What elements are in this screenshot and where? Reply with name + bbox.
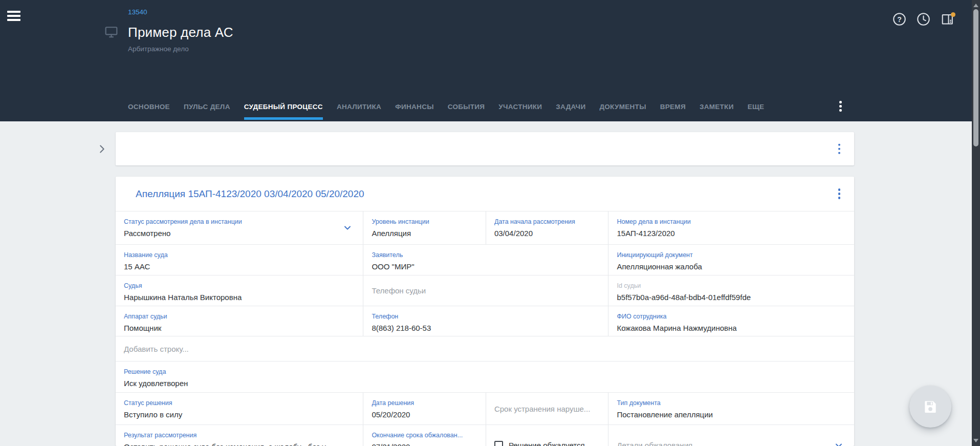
tab-participants[interactable]: УЧАСТНИКИ	[498, 103, 542, 120]
field-label: Статус рассмотрения дела в инстанции	[124, 218, 355, 225]
field-judge-staff[interactable]: Аппарат судьи Помощник	[116, 306, 363, 336]
app-screen: 13540 Пример дела АС Арбитражное дело ?	[0, 0, 980, 446]
field-court-name[interactable]: Название суда 15 ААС	[116, 245, 363, 275]
field-decision-appealed: Решение обжалуется	[486, 425, 608, 446]
add-row-button[interactable]: Добавить строку...	[116, 336, 854, 361]
tab-finance[interactable]: ФИНАНСЫ	[395, 103, 434, 120]
field-value: 03/04/2020	[494, 229, 600, 238]
field-label: Название суда	[124, 251, 355, 259]
field-value: Помощник	[124, 324, 355, 332]
field-label: Дата решения	[372, 399, 477, 407]
scrollbar-down-arrow[interactable]	[973, 439, 978, 442]
field-value: ООО "МИР"	[372, 262, 600, 271]
field-case-number[interactable]: Номер дела в инстанции 15АП-4123/2020	[608, 211, 854, 244]
tab-events[interactable]: СОБЫТИЯ	[448, 103, 485, 120]
field-value: 15АП-4123/2020	[617, 229, 846, 238]
field-label: Id судьи	[617, 282, 846, 289]
tab-notes[interactable]: ЗАМЕТКИ	[700, 103, 734, 120]
field-value: 8(863) 218-60-53	[372, 324, 600, 332]
tab-pulse[interactable]: ПУЛЬС ДЕЛА	[184, 103, 230, 120]
notifications-panel-icon[interactable]	[941, 12, 954, 26]
table-row: Добавить строку...	[116, 336, 854, 361]
field-placeholder: Телефон судьи	[372, 286, 426, 295]
field-violation-fix-term[interactable]: Срок устранения наруше...	[486, 393, 608, 424]
field-value: Постановление апелляции	[617, 410, 846, 419]
field-appeal-deadline[interactable]: Окончание срока обжалован... 07/21/2020	[363, 425, 486, 446]
history-clock-icon[interactable]	[917, 12, 930, 26]
field-placeholder: Срок устранения наруше...	[494, 405, 590, 413]
page-title: Пример дела АС	[128, 25, 233, 40]
case-id-link[interactable]: 13540	[128, 8, 147, 16]
tab-court-process[interactable]: СУДЕБНЫЙ ПРОЦЕСС	[244, 103, 323, 120]
field-label: Телефон	[372, 313, 600, 320]
checkbox-label: Решение обжалуется	[509, 441, 585, 446]
tab-more[interactable]: ЕЩЕ	[748, 103, 765, 120]
scrollbar	[972, 0, 980, 446]
field-value: Апелляционная жалоба	[617, 262, 846, 271]
expand-panel-chevron-right-icon[interactable]	[96, 143, 107, 157]
help-icon[interactable]: ?	[892, 12, 906, 26]
save-button[interactable]	[909, 386, 951, 428]
field-judge-id[interactable]: Id судьи b5f57b0a-a96d-48af-bdb4-01effdf…	[608, 275, 854, 306]
instance-card-menu-icon[interactable]	[838, 188, 841, 199]
toolbar-card-menu-icon[interactable]	[838, 143, 841, 154]
tab-tasks[interactable]: ЗАДАЧИ	[556, 103, 585, 120]
field-value: Оставить решение суда без изменения, а ж…	[124, 442, 355, 446]
field-value: b5f57b0a-a96d-48af-bdb4-01effdf59fde	[617, 293, 846, 302]
tab-time[interactable]: ВРЕМЯ	[660, 103, 686, 120]
field-judge-phone[interactable]: Телефон судьи	[363, 275, 608, 306]
field-applicant[interactable]: Заявитель ООО "МИР"	[363, 245, 608, 275]
field-decision-status[interactable]: Статус решения Вступило в силу	[116, 393, 363, 424]
field-placeholder: Детали обжалования	[617, 441, 692, 446]
field-label: Решение суда	[124, 368, 846, 375]
field-value: Нарышкина Наталья Викторовна	[124, 293, 355, 302]
field-appeal-details[interactable]: Детали обжалования	[608, 425, 854, 446]
field-value: Апелляция	[372, 229, 477, 238]
field-start-date[interactable]: Дата начала рассмотрения 03/04/2020	[486, 211, 608, 244]
field-value: 05/20/2020	[372, 410, 477, 419]
field-value: 15 ААС	[124, 262, 355, 271]
field-court-decision[interactable]: Решение суда Иск удовлетворен	[116, 362, 854, 392]
field-value: Вступило в силу	[124, 410, 355, 419]
svg-text:?: ?	[897, 15, 902, 24]
scrollbar-up-arrow[interactable]	[973, 4, 978, 7]
instance-title-link[interactable]: Апелляция 15АП-4123/2020 03/04/2020 05/2…	[136, 188, 838, 200]
field-initiating-document[interactable]: Инициирующий документ Апелляционная жало…	[608, 245, 854, 275]
menu-icon[interactable]	[7, 11, 20, 21]
field-review-result[interactable]: Результат рассмотрения Оставить решение …	[116, 425, 363, 446]
app-header: 13540 Пример дела АС Арбитражное дело ?	[0, 0, 980, 121]
field-value: Иск удовлетворен	[124, 379, 846, 388]
field-phone[interactable]: Телефон 8(863) 218-60-53	[363, 306, 608, 336]
tabs-overflow-menu-icon[interactable]	[836, 100, 845, 113]
instance-card-header: Апелляция 15АП-4123/2020 03/04/2020 05/2…	[116, 177, 854, 211]
field-employee-name[interactable]: ФИО сотрудника Кожакова Марина Нажмудино…	[608, 306, 854, 336]
field-instance-level[interactable]: Уровень инстанции Апелляция	[363, 211, 486, 244]
field-decision-date[interactable]: Дата решения 05/20/2020	[363, 393, 486, 424]
table-row: Название суда 15 ААС Заявитель ООО "МИР"…	[116, 244, 854, 275]
field-label: Дата начала рассмотрения	[494, 218, 600, 225]
field-label: Статус решения	[124, 399, 355, 407]
field-label: Инициирующий документ	[617, 251, 846, 259]
status-dropdown-chevron-down-icon[interactable]	[342, 223, 353, 233]
tab-documents[interactable]: ДОКУМЕНТЫ	[599, 103, 646, 120]
appeal-details-chevron-down-icon[interactable]	[834, 440, 844, 446]
tab-analytics[interactable]: АНАЛИТИКА	[337, 103, 381, 120]
field-judge[interactable]: Судья Нарышкина Наталья Викторовна	[116, 275, 363, 306]
notification-dot	[951, 12, 955, 17]
field-document-type[interactable]: Тип документа Постановление апелляции	[608, 393, 854, 424]
table-row: Судья Нарышкина Наталья Викторовна Телеф…	[116, 275, 854, 306]
table-row: Решение суда Иск удовлетворен	[116, 361, 854, 392]
field-label: Аппарат судьи	[124, 313, 355, 320]
field-label: Уровень инстанции	[372, 218, 477, 225]
field-status[interactable]: Статус рассмотрения дела в инстанции Рас…	[116, 211, 363, 244]
table-row: Аппарат судьи Помощник Телефон 8(863) 21…	[116, 306, 854, 336]
save-floppy-icon	[922, 398, 939, 415]
toolbar-card	[116, 132, 854, 165]
scrollbar-thumb[interactable]	[973, 9, 978, 146]
table-row: Статус решения Вступило в силу Дата реше…	[116, 392, 854, 424]
field-label: Результат рассмотрения	[124, 432, 355, 439]
page-subtitle: Арбитражное дело	[128, 45, 189, 53]
tab-main[interactable]: ОСНОВНОЕ	[128, 103, 170, 120]
field-value: Кожакова Марина Нажмудиновна	[617, 324, 846, 332]
decision-appealed-checkbox[interactable]	[494, 441, 503, 446]
